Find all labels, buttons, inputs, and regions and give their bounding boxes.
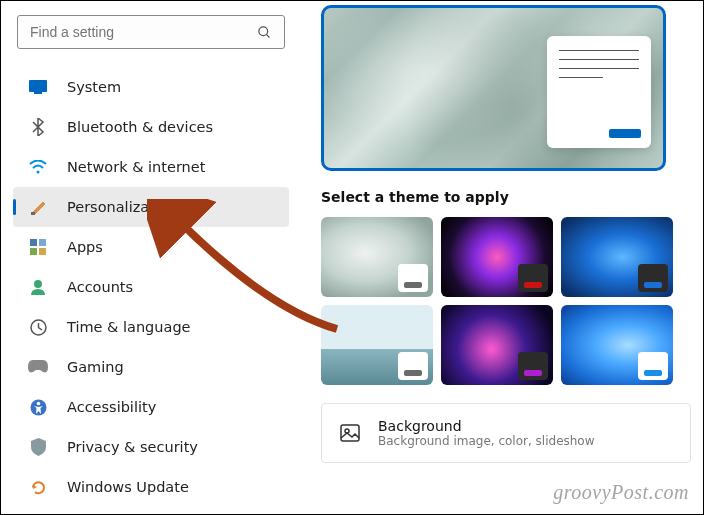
- theme-option-1[interactable]: [321, 217, 433, 297]
- row-subtitle: Background image, color, slideshow: [378, 434, 595, 448]
- bluetooth-icon: [27, 116, 49, 138]
- system-icon: [27, 76, 49, 98]
- shield-icon: [27, 436, 49, 458]
- preview-window: [547, 36, 651, 148]
- nav-bluetooth[interactable]: Bluetooth & devices: [13, 107, 289, 147]
- svg-rect-5: [31, 212, 35, 215]
- nav-label: Personalization: [67, 199, 177, 215]
- nav-label: Windows Update: [67, 479, 189, 495]
- nav-windows-update[interactable]: Windows Update: [13, 467, 289, 507]
- nav-label: Accessibility: [67, 399, 156, 415]
- svg-point-4: [37, 171, 40, 174]
- theme-grid: [321, 217, 691, 385]
- preview-accent-bar: [609, 129, 641, 138]
- apps-icon: [27, 236, 49, 258]
- nav-label: Gaming: [67, 359, 124, 375]
- svg-line-1: [266, 34, 269, 37]
- themes-heading: Select a theme to apply: [321, 189, 691, 205]
- nav-accessibility[interactable]: Accessibility: [13, 387, 289, 427]
- row-title: Background: [378, 418, 595, 434]
- svg-rect-3: [34, 92, 42, 94]
- nav-label: Accounts: [67, 279, 133, 295]
- nav-network[interactable]: Network & internet: [13, 147, 289, 187]
- person-icon: [27, 276, 49, 298]
- nav-personalization[interactable]: Personalization: [13, 187, 289, 227]
- svg-rect-9: [39, 248, 46, 255]
- svg-point-0: [259, 26, 268, 35]
- nav-label: Privacy & security: [67, 439, 198, 455]
- search-box[interactable]: [17, 15, 285, 49]
- svg-point-13: [36, 401, 40, 405]
- theme-option-4[interactable]: [321, 305, 433, 385]
- theme-option-2[interactable]: [441, 217, 553, 297]
- nav-privacy[interactable]: Privacy & security: [13, 427, 289, 467]
- svg-rect-2: [29, 80, 47, 92]
- wifi-icon: [27, 156, 49, 178]
- nav-gaming[interactable]: Gaming: [13, 347, 289, 387]
- paintbrush-icon: [27, 196, 49, 218]
- nav-label: System: [67, 79, 121, 95]
- search-input[interactable]: [30, 24, 257, 40]
- nav-label: Apps: [67, 239, 103, 255]
- svg-rect-14: [341, 425, 359, 441]
- search-icon: [257, 25, 272, 40]
- theme-option-5[interactable]: [441, 305, 553, 385]
- sidebar: System Bluetooth & devices Network & int…: [1, 1, 297, 514]
- update-icon: [27, 476, 49, 498]
- svg-rect-6: [30, 239, 37, 246]
- nav-accounts[interactable]: Accounts: [13, 267, 289, 307]
- watermark: groovyPost.com: [553, 481, 689, 504]
- nav-system[interactable]: System: [13, 67, 289, 107]
- image-icon: [340, 423, 360, 443]
- theme-preview[interactable]: [321, 5, 666, 171]
- nav-label: Network & internet: [67, 159, 205, 175]
- background-row[interactable]: Background Background image, color, slid…: [321, 403, 691, 463]
- svg-rect-7: [39, 239, 46, 246]
- nav-label: Bluetooth & devices: [67, 119, 213, 135]
- nav-time-language[interactable]: Time & language: [13, 307, 289, 347]
- nav-list: System Bluetooth & devices Network & int…: [9, 67, 293, 507]
- accessibility-icon: [27, 396, 49, 418]
- nav-label: Time & language: [67, 319, 191, 335]
- clock-icon: [27, 316, 49, 338]
- gamepad-icon: [27, 356, 49, 378]
- svg-point-10: [34, 280, 42, 288]
- theme-option-3[interactable]: [561, 217, 673, 297]
- settings-window: System Bluetooth & devices Network & int…: [0, 0, 704, 515]
- content-area: Select a theme to apply Background Backg…: [297, 1, 703, 514]
- theme-option-6[interactable]: [561, 305, 673, 385]
- nav-apps[interactable]: Apps: [13, 227, 289, 267]
- svg-rect-8: [30, 248, 37, 255]
